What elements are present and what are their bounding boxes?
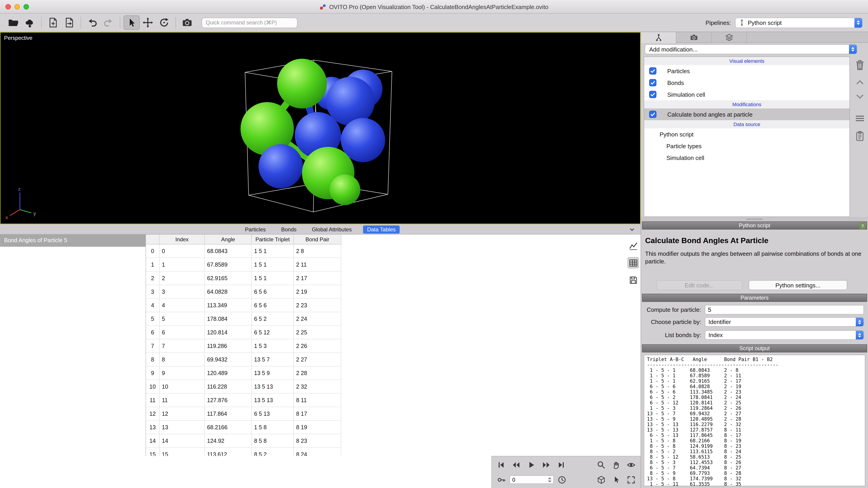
previous-frame-button[interactable] <box>509 459 523 470</box>
column-header-particle-triplet[interactable]: Particle Triplet <box>252 234 294 245</box>
render-preview-box-button[interactable] <box>594 474 608 486</box>
column-header-angle[interactable]: Angle <box>205 234 252 245</box>
move-mode-button[interactable] <box>140 15 156 30</box>
checkbox-bonds[interactable] <box>649 79 656 86</box>
play-button[interactable] <box>524 459 538 470</box>
next-frame-button[interactable] <box>539 459 553 470</box>
zoom-mode-button[interactable] <box>594 459 608 470</box>
minimize-window-button[interactable] <box>14 4 20 9</box>
rotate-mode-button[interactable] <box>156 15 172 30</box>
redo-button[interactable] <box>100 15 117 30</box>
frame-stepper-icon[interactable] <box>547 477 553 483</box>
copy-pipeline-button[interactable] <box>855 131 865 143</box>
checkbox-calculate-bond-angles-at-particle[interactable] <box>649 111 656 118</box>
pipeline-item-particle-types[interactable]: Particle types <box>644 140 849 152</box>
close-window-button[interactable] <box>5 4 11 9</box>
table-cell: 8 24 <box>294 448 341 456</box>
delete-modifier-button[interactable] <box>854 59 865 72</box>
pipeline-item-simulation-cell[interactable]: Simulation cell <box>644 89 849 100</box>
open-file-button[interactable] <box>5 15 22 30</box>
checkbox-simulation-cell[interactable] <box>649 91 656 98</box>
tab-bonds[interactable]: Bonds <box>277 225 301 233</box>
table-row[interactable]: 1010116.22813 5 132 32 <box>146 380 626 394</box>
export-table-button[interactable] <box>627 274 639 286</box>
quick-command-search-input[interactable] <box>202 18 298 28</box>
animation-settings-button[interactable] <box>555 474 569 486</box>
pipeline-item-python-script[interactable]: Python script <box>644 128 849 140</box>
tab-particles[interactable]: Particles <box>241 225 270 233</box>
pipeline-item-simulation-cell[interactable]: Simulation cell <box>644 152 849 164</box>
current-frame-input[interactable] <box>510 477 541 483</box>
tab-global-attributes[interactable]: Global Attributes <box>308 225 356 233</box>
zoom-window-button[interactable] <box>24 4 29 9</box>
help-button[interactable]: ? <box>860 223 866 229</box>
column-header-index[interactable]: Index <box>160 234 205 245</box>
table-row[interactable]: 1111127.87613 5 138 11 <box>146 394 626 407</box>
table-row[interactable]: 2262.91651 5 12 17 <box>146 271 626 285</box>
auto-key-button[interactable] <box>495 474 508 486</box>
frame-spinner[interactable] <box>509 475 554 484</box>
python-settings-button[interactable]: Python settings... <box>749 280 847 290</box>
viewport-snapshot-button[interactable] <box>179 15 195 30</box>
table-row[interactable]: 99120.48913 5 92 28 <box>146 366 626 380</box>
table-row[interactable]: 8869.943213 5 72 27 <box>146 353 626 366</box>
pick-mode-button[interactable] <box>610 474 623 486</box>
table-row[interactable]: 1515113.6128 5 28 24 <box>146 448 626 456</box>
viewport-perspective[interactable]: Perspective <box>0 32 641 224</box>
skip-to-start-button[interactable] <box>495 459 508 470</box>
table-row[interactable]: 66120.8146 5 122 25 <box>146 326 626 339</box>
column-header-corner[interactable] <box>146 234 160 245</box>
table-row[interactable]: 131368.21661 5 88 19 <box>146 421 626 434</box>
panel-splitter[interactable] <box>641 217 868 221</box>
table-cell: 12 <box>160 407 205 421</box>
checkbox-particles[interactable] <box>649 67 656 74</box>
tab-overlays[interactable] <box>712 32 747 43</box>
maximize-viewport-button[interactable] <box>624 474 638 486</box>
table-cell: 2 11 <box>294 258 341 271</box>
undo-button[interactable] <box>84 15 100 30</box>
table-row[interactable]: 44113.3496 5 62 23 <box>146 299 626 312</box>
section-header-modifications: Modifications <box>644 100 849 108</box>
collapse-inspector-chevron-icon[interactable] <box>629 226 635 234</box>
table-row[interactable]: 0068.08431 5 12 8 <box>146 245 626 258</box>
table-row[interactable]: 77119.2861 5 32 26 <box>146 339 626 353</box>
pipeline-item-particles[interactable]: Particles <box>644 65 849 77</box>
pipeline-item-bonds[interactable]: Bonds <box>644 77 849 89</box>
data-table-list-item[interactable]: Bond Angles of Particle 5 <box>0 234 146 247</box>
add-modification-dropdown[interactable]: Add modification... <box>645 44 857 54</box>
particles[interactable] <box>241 59 385 205</box>
table-row[interactable]: 55178.0846 5 22 24 <box>146 312 626 326</box>
table-row[interactable]: 1414124.928 5 88 23 <box>146 434 626 448</box>
table-view-button[interactable] <box>627 257 639 268</box>
column-header-bond-pair[interactable]: Bond Pair <box>294 234 341 245</box>
bond-angles-table[interactable]: IndexAngleParticle TripletBond Pair0068.… <box>146 234 626 456</box>
pan-mode-button[interactable] <box>610 459 623 470</box>
skip-to-end-button[interactable] <box>554 459 568 470</box>
move-modifier-up-button[interactable] <box>855 79 864 87</box>
import-remote-file-button[interactable] <box>22 15 38 30</box>
table-row[interactable]: 1167.85891 5 12 11 <box>146 258 626 271</box>
pipeline-item-calculate-bond-angles-at-particle[interactable]: Calculate bond angles at particle <box>644 108 849 120</box>
new-pipeline-button[interactable] <box>45 15 61 30</box>
list-bonds-by-select[interactable]: Index <box>705 330 864 340</box>
viewport-label[interactable]: Perspective <box>4 35 32 41</box>
table-cell: 6 5 12 <box>252 326 294 339</box>
ovito-window: OVITO Pro (Open Visualization Tool) - Ca… <box>0 0 868 488</box>
table-row[interactable]: 3364.08286 5 62 19 <box>146 285 626 299</box>
chart-view-button[interactable] <box>627 240 639 251</box>
script-output-box[interactable]: Triplet A-B-C Angle Bond Pair B1 - B2 --… <box>644 355 865 486</box>
tab-pipelines[interactable] <box>641 32 676 43</box>
tab-data-tables[interactable]: Data Tables <box>363 225 400 233</box>
orbit-eye-button[interactable] <box>624 459 638 470</box>
table-cell: 5 <box>160 312 205 326</box>
move-modifier-down-button[interactable] <box>855 94 864 101</box>
edit-code-button[interactable]: Edit code... <box>656 280 742 290</box>
pipeline-selector[interactable]: Python script <box>735 18 863 28</box>
compute-for-particle-field[interactable] <box>705 305 864 315</box>
toggle-list-view-button[interactable] <box>855 114 865 124</box>
selection-mode-button[interactable] <box>123 15 140 30</box>
choose-particle-by-select[interactable]: Identifier <box>705 317 864 327</box>
import-file-into-pipeline-button[interactable] <box>61 15 77 30</box>
table-row[interactable]: 1212117.8646 5 138 17 <box>146 407 626 421</box>
tab-rendering[interactable] <box>676 32 712 43</box>
